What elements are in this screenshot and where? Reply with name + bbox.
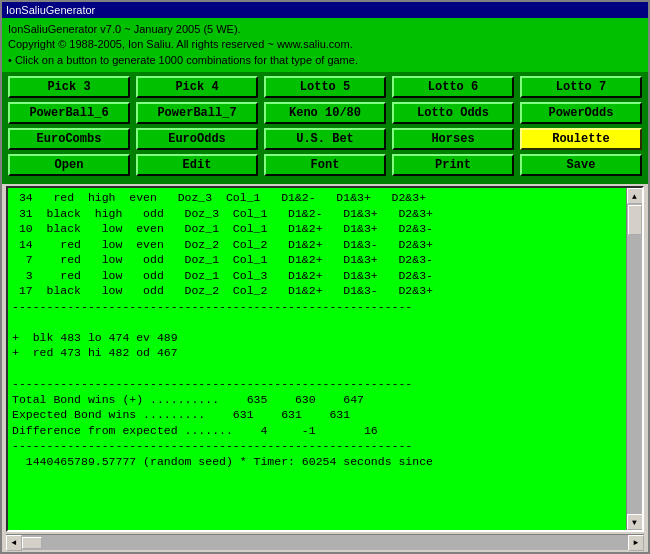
horses-button[interactable]: Horses (392, 128, 514, 150)
save-button[interactable]: Save (520, 154, 642, 176)
header-line3: • Click on a button to generate 1000 com… (8, 53, 642, 68)
font-button[interactable]: Font (264, 154, 386, 176)
button-row-3: EuroCombs EuroOdds U.S. Bet Horses Roule… (8, 128, 642, 150)
power-odds-button[interactable]: PowerOdds (520, 102, 642, 124)
lotto5-button[interactable]: Lotto 5 (264, 76, 386, 98)
us-bet-button[interactable]: U.S. Bet (264, 128, 386, 150)
scroll-thumb-v[interactable] (628, 205, 642, 235)
print-button[interactable]: Print (392, 154, 514, 176)
scroll-down-button[interactable]: ▼ (627, 514, 643, 530)
title-label: IonSaliuGenerator (6, 4, 95, 16)
button-row-4: Open Edit Font Print Save (8, 154, 642, 176)
scroll-track-v[interactable] (627, 204, 642, 514)
euro-odds-button[interactable]: EuroOdds (136, 128, 258, 150)
keno-button[interactable]: Keno 10/80 (264, 102, 386, 124)
buttons-area: Pick 3 Pick 4 Lotto 5 Lotto 6 Lotto 7 Po… (2, 72, 648, 184)
pick3-button[interactable]: Pick 3 (8, 76, 130, 98)
scroll-left-button[interactable]: ◄ (6, 535, 22, 551)
powerball7-button[interactable]: PowerBall_7 (136, 102, 258, 124)
lotto-odds-button[interactable]: Lotto Odds (392, 102, 514, 124)
roulette-button[interactable]: Roulette (520, 128, 642, 150)
output-text[interactable]: 34 red high even Doz_3 Col_1 D1&2- D1&3+… (8, 188, 626, 530)
left-arrow-icon: ◄ (12, 538, 17, 547)
main-window: IonSaliuGenerator IonSaliuGenerator v7.0… (0, 0, 650, 554)
button-row-2: PowerBall_6 PowerBall_7 Keno 10/80 Lotto… (8, 102, 642, 124)
button-row-1: Pick 3 Pick 4 Lotto 5 Lotto 6 Lotto 7 (8, 76, 642, 98)
powerball6-button[interactable]: PowerBall_6 (8, 102, 130, 124)
horizontal-scrollbar: ◄ ► (6, 534, 644, 550)
scroll-right-button[interactable]: ► (628, 535, 644, 551)
title-bar: IonSaliuGenerator (2, 2, 648, 18)
euro-combs-button[interactable]: EuroCombs (8, 128, 130, 150)
edit-button[interactable]: Edit (136, 154, 258, 176)
scroll-up-button[interactable]: ▲ (627, 188, 643, 204)
open-button[interactable]: Open (8, 154, 130, 176)
up-arrow-icon: ▲ (632, 192, 637, 201)
scroll-track-h[interactable] (22, 535, 628, 550)
right-arrow-icon: ► (634, 538, 639, 547)
lotto6-button[interactable]: Lotto 6 (392, 76, 514, 98)
lotto7-button[interactable]: Lotto 7 (520, 76, 642, 98)
header-line1: IonSaliuGenerator v7.0 ~ January 2005 (5… (8, 22, 642, 37)
header-line2: Copyright © 1988-2005, Ion Saliu. All ri… (8, 37, 642, 52)
output-area: 34 red high even Doz_3 Col_1 D1&2- D1&3+… (6, 186, 644, 532)
header-area: IonSaliuGenerator v7.0 ~ January 2005 (5… (2, 18, 648, 72)
down-arrow-icon: ▼ (632, 518, 637, 527)
pick4-button[interactable]: Pick 4 (136, 76, 258, 98)
vertical-scrollbar: ▲ ▼ (626, 188, 642, 530)
scroll-thumb-h[interactable] (22, 537, 42, 549)
